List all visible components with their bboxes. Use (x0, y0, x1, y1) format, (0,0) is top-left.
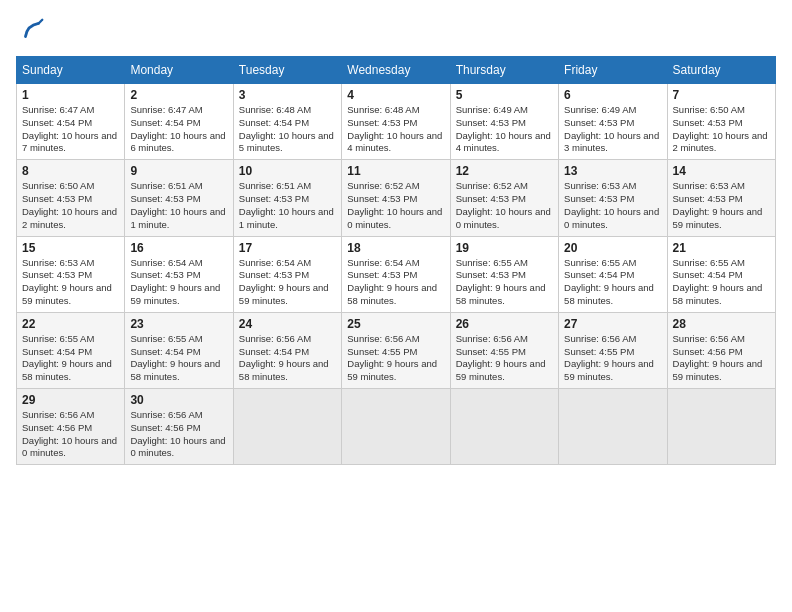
day-info: Sunrise: 6:51 AMSunset: 4:53 PMDaylight:… (130, 180, 227, 231)
day-number: 23 (130, 317, 227, 331)
day-info: Sunrise: 6:56 AMSunset: 4:56 PMDaylight:… (130, 409, 227, 460)
calendar-cell: 20Sunrise: 6:55 AMSunset: 4:54 PMDayligh… (559, 236, 667, 312)
day-info: Sunrise: 6:55 AMSunset: 4:54 PMDaylight:… (130, 333, 227, 384)
day-number: 2 (130, 88, 227, 102)
day-header-wednesday: Wednesday (342, 57, 450, 84)
calendar-cell: 2Sunrise: 6:47 AMSunset: 4:54 PMDaylight… (125, 84, 233, 160)
day-info: Sunrise: 6:54 AMSunset: 4:53 PMDaylight:… (347, 257, 444, 308)
day-info: Sunrise: 6:52 AMSunset: 4:53 PMDaylight:… (347, 180, 444, 231)
day-number: 25 (347, 317, 444, 331)
day-info: Sunrise: 6:50 AMSunset: 4:53 PMDaylight:… (22, 180, 119, 231)
day-header-saturday: Saturday (667, 57, 775, 84)
day-number: 27 (564, 317, 661, 331)
day-info: Sunrise: 6:54 AMSunset: 4:53 PMDaylight:… (239, 257, 336, 308)
day-info: Sunrise: 6:47 AMSunset: 4:54 PMDaylight:… (130, 104, 227, 155)
day-info: Sunrise: 6:47 AMSunset: 4:54 PMDaylight:… (22, 104, 119, 155)
week-row-3: 15Sunrise: 6:53 AMSunset: 4:53 PMDayligh… (17, 236, 776, 312)
day-header-friday: Friday (559, 57, 667, 84)
calendar-cell: 17Sunrise: 6:54 AMSunset: 4:53 PMDayligh… (233, 236, 341, 312)
day-info: Sunrise: 6:55 AMSunset: 4:54 PMDaylight:… (673, 257, 770, 308)
day-number: 29 (22, 393, 119, 407)
day-info: Sunrise: 6:53 AMSunset: 4:53 PMDaylight:… (673, 180, 770, 231)
day-info: Sunrise: 6:51 AMSunset: 4:53 PMDaylight:… (239, 180, 336, 231)
day-number: 15 (22, 241, 119, 255)
calendar-cell (450, 389, 558, 465)
calendar-cell: 8Sunrise: 6:50 AMSunset: 4:53 PMDaylight… (17, 160, 125, 236)
day-number: 1 (22, 88, 119, 102)
day-info: Sunrise: 6:56 AMSunset: 4:55 PMDaylight:… (564, 333, 661, 384)
day-info: Sunrise: 6:48 AMSunset: 4:53 PMDaylight:… (347, 104, 444, 155)
calendar-cell: 18Sunrise: 6:54 AMSunset: 4:53 PMDayligh… (342, 236, 450, 312)
day-info: Sunrise: 6:56 AMSunset: 4:54 PMDaylight:… (239, 333, 336, 384)
day-number: 12 (456, 164, 553, 178)
calendar-cell: 9Sunrise: 6:51 AMSunset: 4:53 PMDaylight… (125, 160, 233, 236)
calendar-cell: 25Sunrise: 6:56 AMSunset: 4:55 PMDayligh… (342, 312, 450, 388)
calendar-cell: 23Sunrise: 6:55 AMSunset: 4:54 PMDayligh… (125, 312, 233, 388)
day-number: 26 (456, 317, 553, 331)
day-number: 10 (239, 164, 336, 178)
calendar-cell: 22Sunrise: 6:55 AMSunset: 4:54 PMDayligh… (17, 312, 125, 388)
calendar-cell: 7Sunrise: 6:50 AMSunset: 4:53 PMDaylight… (667, 84, 775, 160)
calendar-cell: 24Sunrise: 6:56 AMSunset: 4:54 PMDayligh… (233, 312, 341, 388)
day-number: 14 (673, 164, 770, 178)
calendar-cell: 6Sunrise: 6:49 AMSunset: 4:53 PMDaylight… (559, 84, 667, 160)
day-info: Sunrise: 6:53 AMSunset: 4:53 PMDaylight:… (564, 180, 661, 231)
day-header-sunday: Sunday (17, 57, 125, 84)
day-info: Sunrise: 6:56 AMSunset: 4:56 PMDaylight:… (22, 409, 119, 460)
calendar-cell (342, 389, 450, 465)
day-info: Sunrise: 6:49 AMSunset: 4:53 PMDaylight:… (456, 104, 553, 155)
calendar-cell: 15Sunrise: 6:53 AMSunset: 4:53 PMDayligh… (17, 236, 125, 312)
logo (16, 16, 48, 48)
day-number: 24 (239, 317, 336, 331)
day-number: 20 (564, 241, 661, 255)
day-number: 17 (239, 241, 336, 255)
calendar-cell: 1Sunrise: 6:47 AMSunset: 4:54 PMDaylight… (17, 84, 125, 160)
day-header-monday: Monday (125, 57, 233, 84)
calendar-cell (233, 389, 341, 465)
calendar-cell: 12Sunrise: 6:52 AMSunset: 4:53 PMDayligh… (450, 160, 558, 236)
day-number: 7 (673, 88, 770, 102)
day-number: 6 (564, 88, 661, 102)
day-number: 8 (22, 164, 119, 178)
day-info: Sunrise: 6:55 AMSunset: 4:53 PMDaylight:… (456, 257, 553, 308)
day-info: Sunrise: 6:56 AMSunset: 4:55 PMDaylight:… (347, 333, 444, 384)
header-row: SundayMondayTuesdayWednesdayThursdayFrid… (17, 57, 776, 84)
day-number: 16 (130, 241, 227, 255)
calendar-cell: 29Sunrise: 6:56 AMSunset: 4:56 PMDayligh… (17, 389, 125, 465)
calendar-cell: 30Sunrise: 6:56 AMSunset: 4:56 PMDayligh… (125, 389, 233, 465)
calendar-cell: 26Sunrise: 6:56 AMSunset: 4:55 PMDayligh… (450, 312, 558, 388)
day-number: 18 (347, 241, 444, 255)
day-number: 9 (130, 164, 227, 178)
day-info: Sunrise: 6:49 AMSunset: 4:53 PMDaylight:… (564, 104, 661, 155)
calendar-cell: 16Sunrise: 6:54 AMSunset: 4:53 PMDayligh… (125, 236, 233, 312)
day-number: 28 (673, 317, 770, 331)
day-header-tuesday: Tuesday (233, 57, 341, 84)
calendar-cell: 13Sunrise: 6:53 AMSunset: 4:53 PMDayligh… (559, 160, 667, 236)
day-number: 3 (239, 88, 336, 102)
day-info: Sunrise: 6:55 AMSunset: 4:54 PMDaylight:… (564, 257, 661, 308)
calendar-cell (559, 389, 667, 465)
calendar-cell (667, 389, 775, 465)
day-number: 4 (347, 88, 444, 102)
day-info: Sunrise: 6:56 AMSunset: 4:56 PMDaylight:… (673, 333, 770, 384)
week-row-2: 8Sunrise: 6:50 AMSunset: 4:53 PMDaylight… (17, 160, 776, 236)
day-header-thursday: Thursday (450, 57, 558, 84)
day-number: 13 (564, 164, 661, 178)
calendar-cell: 5Sunrise: 6:49 AMSunset: 4:53 PMDaylight… (450, 84, 558, 160)
day-info: Sunrise: 6:55 AMSunset: 4:54 PMDaylight:… (22, 333, 119, 384)
calendar-cell: 3Sunrise: 6:48 AMSunset: 4:54 PMDaylight… (233, 84, 341, 160)
day-info: Sunrise: 6:52 AMSunset: 4:53 PMDaylight:… (456, 180, 553, 231)
day-number: 21 (673, 241, 770, 255)
calendar-cell: 21Sunrise: 6:55 AMSunset: 4:54 PMDayligh… (667, 236, 775, 312)
day-number: 22 (22, 317, 119, 331)
calendar-cell: 11Sunrise: 6:52 AMSunset: 4:53 PMDayligh… (342, 160, 450, 236)
day-number: 30 (130, 393, 227, 407)
header (16, 16, 776, 48)
calendar-cell: 14Sunrise: 6:53 AMSunset: 4:53 PMDayligh… (667, 160, 775, 236)
day-info: Sunrise: 6:48 AMSunset: 4:54 PMDaylight:… (239, 104, 336, 155)
day-info: Sunrise: 6:56 AMSunset: 4:55 PMDaylight:… (456, 333, 553, 384)
calendar-cell: 4Sunrise: 6:48 AMSunset: 4:53 PMDaylight… (342, 84, 450, 160)
day-info: Sunrise: 6:53 AMSunset: 4:53 PMDaylight:… (22, 257, 119, 308)
calendar-cell: 10Sunrise: 6:51 AMSunset: 4:53 PMDayligh… (233, 160, 341, 236)
day-number: 5 (456, 88, 553, 102)
